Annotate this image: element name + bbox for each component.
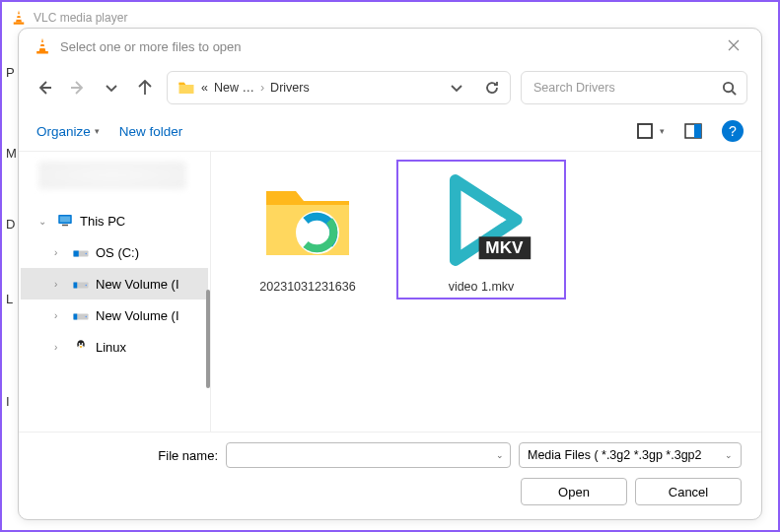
svg-rect-1	[16, 18, 21, 20]
drive-icon	[72, 275, 90, 293]
refresh-icon[interactable]	[484, 80, 500, 96]
vlc-cone-icon	[33, 36, 52, 56]
search-input[interactable]	[532, 80, 722, 96]
svg-rect-7	[638, 124, 652, 138]
file-item-folder[interactable]: 20231031231636	[225, 162, 390, 298]
close-button[interactable]	[720, 34, 747, 58]
expand-icon[interactable]: ›	[54, 310, 66, 321]
drive-icon	[72, 243, 90, 261]
svg-rect-5	[36, 51, 48, 54]
svg-rect-11	[60, 217, 71, 223]
filename-label: File name:	[38, 448, 218, 463]
chevron-down-icon: ▾	[95, 126, 100, 136]
breadcrumb-segment[interactable]: New …	[214, 81, 254, 95]
svg-rect-20	[74, 314, 78, 320]
open-button[interactable]: Open	[521, 478, 627, 505]
svg-rect-3	[40, 42, 45, 44]
nav-arrows	[33, 80, 157, 96]
bg-text: I	[6, 394, 10, 409]
bg-text: P	[6, 65, 15, 80]
tree-label: OS (C:)	[96, 245, 139, 260]
breadcrumb[interactable]: « New … › Drivers	[167, 71, 511, 104]
new-folder-button[interactable]: New folder	[119, 124, 183, 139]
breadcrumb-segment[interactable]: Drivers	[270, 81, 310, 95]
svg-rect-4	[39, 46, 45, 48]
svg-point-18	[86, 285, 88, 287]
tree-item-drive[interactable]: › OS (C:)	[21, 236, 208, 268]
parent-window-title: VLC media player	[34, 11, 127, 25]
blurred-region	[38, 162, 186, 189]
up-icon[interactable]	[137, 80, 153, 96]
close-icon	[728, 39, 740, 51]
vlc-cone-icon	[10, 9, 28, 27]
help-icon[interactable]: ?	[722, 120, 744, 142]
back-icon[interactable]	[36, 80, 52, 96]
dialog-title: Select one or more files to open	[60, 39, 720, 54]
cancel-button[interactable]: Cancel	[635, 478, 742, 505]
filetype-label: Media Files ( *.3g2 *.3gp *.3gp2	[528, 448, 702, 462]
file-item-video[interactable]: MKV video 1.mkv	[398, 162, 564, 298]
svg-point-25	[82, 343, 84, 345]
svg-rect-0	[17, 14, 22, 16]
tree-label: This PC	[80, 214, 125, 229]
expand-icon[interactable]: ›	[54, 279, 66, 290]
filetype-combobox[interactable]: Media Files ( *.3g2 *.3gp *.3gp2 ⌄	[519, 442, 742, 468]
tree-label: New Volume (I	[96, 277, 179, 292]
toolbar: Organize ▾ New folder ▾ ?	[19, 111, 761, 151]
dialog-footer: File name: ⌄ Media Files ( *.3g2 *.3gp *…	[19, 432, 761, 519]
organize-button[interactable]: Organize ▾	[36, 124, 100, 139]
drive-icon	[72, 306, 90, 324]
video-file-icon: MKV	[427, 164, 535, 277]
preview-pane-icon[interactable]	[684, 122, 702, 140]
file-label: video 1.mkv	[402, 280, 560, 294]
dialog-titlebar: Select one or more files to open	[19, 29, 761, 64]
bg-text: M	[6, 146, 17, 161]
breadcrumb-prefix[interactable]: «	[201, 81, 208, 95]
history-dropdown-icon[interactable]	[104, 80, 119, 96]
navigation-tree: ⌄ This PC › OS (C:) › New Volume (I › Ne…	[19, 152, 211, 432]
svg-point-24	[79, 343, 81, 345]
tree-item-drive[interactable]: › New Volume (I	[21, 268, 208, 299]
organize-label: Organize	[36, 124, 91, 139]
bg-text: L	[6, 292, 13, 306]
scrollbar-thumb[interactable]	[206, 290, 210, 388]
svg-rect-14	[74, 251, 79, 257]
file-label: 20231031231636	[229, 280, 387, 294]
svg-rect-17	[74, 283, 78, 289]
svg-rect-12	[62, 225, 68, 227]
tree-item-drive[interactable]: › New Volume (I	[21, 299, 208, 331]
svg-point-6	[724, 82, 733, 91]
tree-label: New Volume (I	[96, 308, 179, 323]
svg-rect-2	[14, 23, 25, 25]
file-list[interactable]: 20231031231636 MKV video 1.mkv	[211, 152, 761, 432]
tree-item-this-pc[interactable]: ⌄ This PC	[21, 205, 208, 236]
forward-icon[interactable]	[70, 80, 86, 96]
file-open-dialog: Select one or more files to open « New ……	[18, 28, 762, 520]
pc-icon	[56, 212, 74, 230]
navigation-row: « New … › Drivers	[19, 64, 761, 111]
filename-combobox[interactable]: ⌄	[226, 442, 511, 468]
svg-rect-9	[694, 124, 701, 138]
svg-point-21	[86, 316, 88, 318]
linux-icon	[72, 338, 90, 356]
folder-icon	[258, 173, 357, 267]
view-mode-icon[interactable]	[636, 122, 654, 140]
chevron-right-icon[interactable]: ›	[260, 81, 264, 95]
folder-icon	[177, 79, 195, 97]
bg-text: D	[6, 217, 15, 232]
search-box[interactable]	[521, 71, 747, 104]
expand-icon[interactable]: ›	[54, 247, 66, 258]
collapse-icon[interactable]: ⌄	[38, 216, 50, 227]
tree-item-linux[interactable]: › Linux	[21, 331, 208, 363]
svg-text:MKV: MKV	[485, 237, 524, 257]
chevron-down-icon[interactable]: ▾	[660, 126, 665, 136]
tree-label: Linux	[96, 340, 126, 355]
search-icon	[722, 81, 737, 96]
svg-point-15	[86, 253, 88, 255]
main-area: ⌄ This PC › OS (C:) › New Volume (I › Ne…	[19, 151, 761, 432]
chevron-down-icon: ⌄	[496, 450, 504, 460]
chevron-down-icon: ⌄	[725, 450, 733, 460]
chevron-down-icon[interactable]	[449, 80, 464, 96]
expand-icon[interactable]: ›	[54, 342, 66, 353]
